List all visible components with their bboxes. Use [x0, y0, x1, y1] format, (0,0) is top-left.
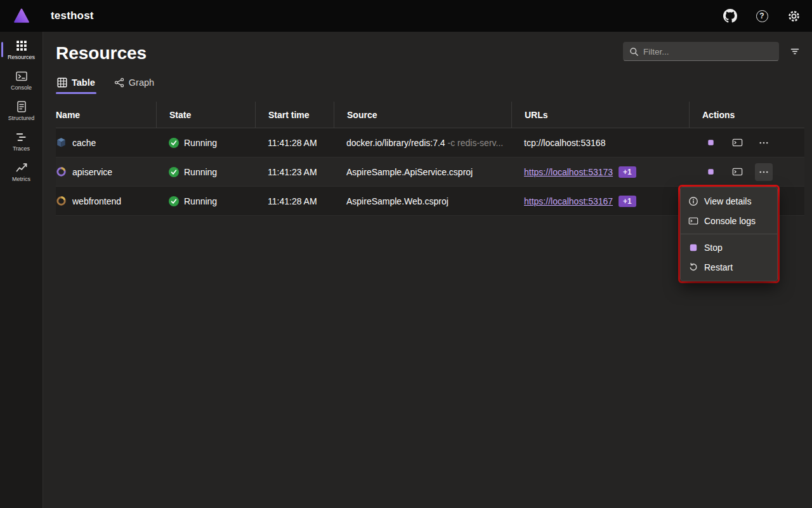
stop-button[interactable] — [702, 163, 719, 181]
menu-item-label: View details — [704, 196, 751, 206]
chart-icon — [15, 161, 28, 174]
help-icon: ? — [756, 10, 768, 22]
filter-box — [623, 42, 779, 61]
topbar: testhost ? — [0, 0, 812, 32]
column-header-name: Name — [56, 102, 156, 128]
column-header-actions: Actions — [689, 102, 804, 128]
menu-divider — [681, 234, 777, 234]
state-label: Running — [184, 167, 217, 177]
menu-item-label: Stop — [704, 243, 723, 253]
resource-url-link[interactable]: https://localhost:53173 — [524, 167, 613, 177]
start-time: 11:41:23 AM — [268, 167, 317, 177]
state-label: Running — [184, 196, 217, 206]
table-icon — [57, 77, 67, 88]
sidebar: Resources Console Structured Traces — [0, 32, 43, 508]
more-actions-button[interactable] — [755, 163, 773, 181]
toolbar — [623, 42, 804, 61]
source-text: docker.io/library/redis:7.4 — [346, 138, 445, 148]
tab-graph[interactable]: Graph — [113, 75, 155, 94]
info-icon — [688, 196, 698, 206]
page-title: Resources — [56, 43, 147, 64]
filter-input[interactable] — [643, 47, 773, 57]
view-tabs: Table Graph — [56, 75, 804, 94]
sidebar-item-label: Structured — [8, 116, 35, 121]
sidebar-item-resources[interactable]: Resources — [0, 34, 43, 65]
sidebar-item-label: Metrics — [12, 177, 30, 182]
start-time: 11:41:28 AM — [268, 196, 317, 206]
settings-button[interactable] — [782, 4, 806, 28]
menu-item-console-logs[interactable]: Console logs — [681, 211, 777, 231]
resource-actions-menu: View details Console logs Stop Restart — [680, 187, 778, 281]
filter-menu-button[interactable] — [785, 42, 804, 61]
sidebar-item-label: Console — [11, 85, 32, 91]
sidebar-item-console[interactable]: Console — [0, 65, 43, 95]
console-logs-icon — [732, 166, 743, 177]
menu-item-label: Restart — [704, 262, 733, 272]
funnel-icon — [790, 46, 800, 57]
restart-icon — [688, 262, 698, 272]
state-label: Running — [184, 138, 217, 148]
console-logs-button[interactable] — [728, 134, 746, 152]
menu-item-label: Console logs — [704, 216, 756, 226]
container-cube-icon — [56, 137, 67, 148]
ellipsis-icon — [759, 138, 769, 148]
url-count-badge: +1 — [619, 166, 636, 178]
traces-icon — [15, 131, 28, 144]
resource-url-link[interactable]: https://localhost:53167 — [524, 196, 613, 206]
help-button[interactable]: ? — [750, 4, 774, 28]
source-args: -c redis-serv... — [445, 138, 504, 148]
grid-icon — [15, 39, 28, 52]
aspire-logo-icon — [8, 8, 36, 24]
table-header: Name State Start time Source URLs Action… — [56, 102, 804, 128]
tab-label: Table — [72, 77, 95, 88]
topbar-actions: ? — [718, 4, 812, 28]
menu-item-restart[interactable]: Restart — [681, 257, 777, 277]
stop-button[interactable] — [702, 134, 719, 152]
menu-item-stop[interactable]: Stop — [681, 237, 777, 257]
ellipsis-icon — [759, 167, 769, 177]
table-row-apiservice: apiservice Running 11:41:23 AM AspireSam… — [56, 157, 804, 187]
stop-icon — [707, 168, 715, 176]
column-header-state: State — [156, 102, 255, 128]
resource-name: apiservice — [72, 167, 112, 177]
annotation-highlight: View details Console logs Stop Restart — [678, 185, 780, 283]
menu-item-view-details[interactable]: View details — [681, 191, 777, 211]
sidebar-item-traces[interactable]: Traces — [0, 126, 43, 156]
start-time: 11:41:28 AM — [268, 138, 317, 148]
github-icon — [723, 9, 737, 23]
url-text: tcp://localhost:53168 — [524, 138, 605, 148]
url-count-badge: +1 — [619, 196, 636, 207]
tab-label: Graph — [129, 77, 154, 88]
more-actions-button[interactable] — [755, 134, 773, 152]
resource-name: webfrontend — [72, 196, 121, 206]
search-icon — [629, 47, 639, 57]
source-text: AspireSample.ApiService.csproj — [346, 167, 473, 177]
document-icon — [15, 100, 28, 113]
sidebar-item-label: Traces — [13, 146, 30, 152]
tab-table[interactable]: Table — [56, 75, 96, 94]
running-status-icon — [169, 138, 179, 148]
table-row-cache: cache Running 11:41:28 AM docker.io/libr… — [56, 128, 804, 157]
sidebar-item-label: Resources — [8, 55, 35, 60]
gear-icon — [787, 10, 801, 23]
source-text: AspireSample.Web.csproj — [346, 196, 449, 206]
console-logs-icon — [732, 137, 743, 148]
terminal-icon — [15, 70, 28, 83]
column-header-urls: URLs — [511, 102, 689, 128]
column-header-start-time: Start time — [255, 102, 334, 128]
stop-icon — [707, 138, 715, 147]
project-icon — [56, 196, 67, 206]
sidebar-item-structured[interactable]: Structured — [0, 95, 43, 126]
column-header-source: Source — [334, 102, 511, 128]
app-title: testhost — [51, 10, 94, 22]
stop-icon — [688, 243, 698, 253]
running-status-icon — [169, 196, 179, 206]
sidebar-item-metrics[interactable]: Metrics — [0, 156, 43, 187]
project-icon — [56, 166, 67, 177]
console-logs-icon — [688, 216, 698, 226]
github-button[interactable] — [718, 4, 742, 28]
console-logs-button[interactable] — [728, 163, 746, 181]
graph-icon — [114, 77, 124, 88]
resource-name: cache — [72, 138, 96, 148]
running-status-icon — [169, 167, 179, 177]
